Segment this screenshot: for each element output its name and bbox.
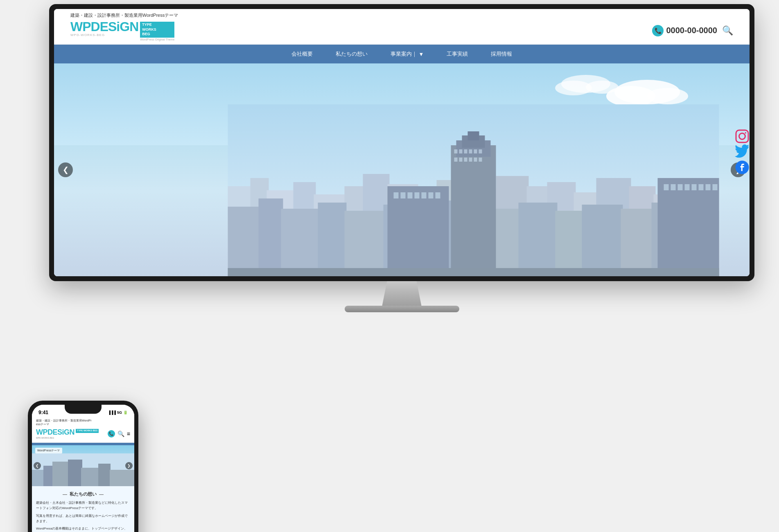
svg-rect-65 (658, 178, 719, 276)
svg-rect-28 (281, 209, 320, 276)
phone-icon: 📞 (652, 25, 664, 36)
phone-menu-icon[interactable]: ≡ (127, 431, 130, 437)
monitor-screen: 建築・建設・設計事務所・製造業用WordPressテーマ WPDESiGN WP… (54, 9, 750, 276)
badge-line1: TYPE (142, 23, 172, 27)
phone-tagline: 建築・建設・設計事務所・製造業用WordPr essテーマ (36, 419, 130, 427)
svg-rect-86 (110, 470, 134, 486)
svg-rect-70 (692, 184, 697, 190)
svg-rect-85 (98, 464, 111, 486)
phone-badge-area: TYPE WORKS BEG (76, 429, 99, 433)
monitor: 建築・建設・設計事務所・製造業用WordPressテーマ WPDESiGN WP… (49, 4, 754, 281)
svg-rect-71 (699, 184, 704, 190)
svg-rect-72 (706, 184, 711, 190)
monitor-stand (377, 281, 427, 306)
logo-badge: TYPE WORKS BEG (140, 22, 174, 38)
phone-header-icons: 📞 🔍 ≡ (108, 430, 130, 437)
phone-section-title: 私たちの想い (36, 491, 130, 497)
svg-point-77 (745, 132, 746, 134)
nav-item-recruit[interactable]: 採用情報 (479, 45, 524, 63)
website: 建築・建設・設計事務所・製造業用WordPressテーマ WPDESiGN WP… (54, 9, 750, 276)
svg-rect-57 (388, 186, 449, 276)
header-main: WPDESiGN WPD-WORKS-BEG TYPE WORKS BEG (70, 20, 733, 41)
svg-rect-55 (474, 158, 477, 162)
svg-rect-53 (464, 158, 467, 162)
svg-rect-74 (228, 268, 719, 276)
svg-rect-37 (582, 205, 623, 276)
svg-rect-66 (664, 184, 669, 190)
badge-line3: BEG (142, 32, 172, 37)
svg-rect-83 (68, 460, 82, 486)
svg-rect-63 (429, 192, 434, 198)
svg-rect-80 (32, 470, 44, 486)
svg-rect-41 (451, 145, 496, 276)
svg-rect-62 (422, 192, 427, 198)
header-right: 📞 0000-00-0000 🔍 (652, 25, 733, 36)
hero-prev-button[interactable]: ❮ (58, 162, 73, 177)
svg-rect-27 (259, 198, 283, 276)
nav-item-business[interactable]: 事業案内｜ ▼ (379, 45, 436, 63)
svg-rect-58 (394, 192, 399, 198)
svg-rect-29 (318, 203, 347, 276)
phone-number: 0000-00-0000 (666, 26, 717, 35)
monitor-base (345, 306, 459, 312)
phone-hero-prev-button[interactable]: ❮ (34, 462, 41, 469)
svg-rect-30 (345, 211, 386, 276)
phone-call-icon[interactable]: 📞 (108, 430, 115, 437)
phone-city-svg (32, 453, 134, 486)
svg-rect-44 (468, 131, 479, 140)
phone-hero-label: WordPressテーマ (35, 448, 62, 453)
svg-rect-47 (464, 149, 467, 153)
instagram-icon[interactable] (735, 129, 750, 144)
phone-body-text-1: 建築会社・土木会社・設計事務所・製造業などに特化したスマートフォン対応のWord… (36, 500, 130, 511)
svg-rect-64 (436, 192, 440, 198)
svg-rect-75 (736, 130, 748, 142)
svg-rect-48 (469, 149, 472, 153)
facebook-icon[interactable] (735, 160, 750, 175)
phone-hero: WordPressテーマ ❮ ❯ (32, 445, 134, 486)
site-nav: 会社概要 私たちの想い 事業案内｜ ▼ 工事実績 採 (54, 45, 750, 63)
dropdown-chevron-icon: ▼ (419, 51, 424, 57)
phone-hero-next-button[interactable]: ❯ (125, 462, 133, 469)
svg-point-5 (586, 81, 619, 94)
svg-rect-73 (713, 184, 718, 190)
monitor-wrapper: 建築・建設・設計事務所・製造業用WordPressテーマ WPDESiGN WP… (49, 4, 754, 312)
phone-header-main: WPDESiGN WPD-WORKS-BEG TYPE WORKS BEG (36, 426, 130, 441)
phone-logo-badge: TYPE WORKS BEG (76, 429, 99, 433)
city-buildings-svg (197, 104, 750, 276)
site-header: 建築・建設・設計事務所・製造業用WordPressテーマ WPDESiGN WP… (54, 9, 750, 45)
nav-item-works[interactable]: 工事実績 (435, 45, 479, 63)
svg-rect-26 (228, 207, 261, 276)
phone-notch (65, 405, 102, 414)
phone-signals: ▐▐▐ 5G 🔋 (108, 410, 128, 415)
phone-screen: 9:41 ▐▐▐ 5G 🔋 建築・建設・設計事務所・製造業用WordPr ess… (32, 405, 134, 532)
svg-rect-45 (454, 149, 458, 153)
phone-number-area: 📞 0000-00-0000 (652, 25, 717, 36)
svg-rect-82 (52, 462, 69, 486)
logo-text: WPDESiGN (70, 20, 138, 33)
svg-rect-84 (81, 468, 99, 486)
hero-section: ❮ ❯ (54, 63, 750, 276)
svg-point-76 (739, 133, 745, 140)
social-icons (735, 129, 750, 175)
svg-rect-68 (678, 184, 683, 190)
twitter-icon[interactable] (735, 144, 750, 159)
badge-line2: WORKS (142, 27, 172, 32)
phone-body-text-3: WordPressの基本機能はそのままに、トップページデザイン、下階層ページデザ… (36, 526, 130, 532)
nav-item-thoughts[interactable]: 私たちの想い (324, 45, 379, 63)
svg-rect-67 (671, 184, 676, 190)
battery-icon: 🔋 (123, 410, 128, 415)
phone-logo-area: WPDESiGN WPD-WORKS-BEG TYPE WORKS BEG (36, 428, 99, 439)
svg-rect-49 (474, 149, 477, 153)
svg-rect-69 (685, 184, 690, 190)
signal-bars-icon: ▐▐▐ (108, 410, 116, 415)
search-button[interactable]: 🔍 (722, 25, 733, 36)
svg-rect-54 (469, 158, 472, 162)
svg-rect-46 (459, 149, 463, 153)
logo-theme-text: WordPress Original Theme (140, 38, 174, 41)
svg-rect-56 (479, 158, 482, 162)
svg-rect-61 (415, 192, 420, 198)
page-wrapper: 建築・建設・設計事務所・製造業用WordPressテーマ WPDESiGN WP… (0, 0, 779, 532)
nav-item-about[interactable]: 会社概要 (280, 45, 324, 63)
phone-search-icon[interactable]: 🔍 (117, 431, 124, 437)
svg-rect-59 (401, 192, 406, 198)
